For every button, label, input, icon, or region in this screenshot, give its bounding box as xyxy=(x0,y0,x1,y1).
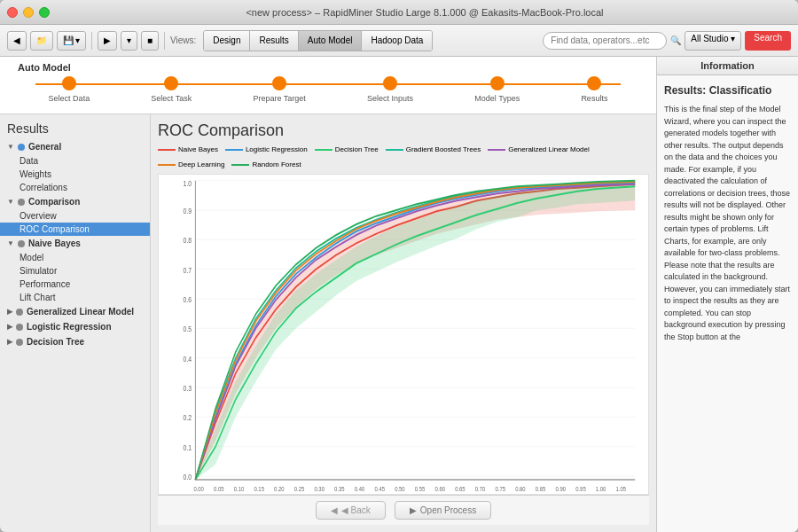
svg-text:0.45: 0.45 xyxy=(374,486,385,493)
tree-item-model[interactable]: Model xyxy=(0,251,150,264)
wizard-steps: Select Data Select Task Prepare Target S… xyxy=(18,76,638,103)
chart-legend: Naive Bayes Logistic Regression Decision… xyxy=(158,145,649,168)
legend-color-deep xyxy=(158,164,176,166)
svg-text:0.85: 0.85 xyxy=(536,486,546,493)
folder-btn[interactable]: 📁 xyxy=(30,31,53,51)
tree-item-correlations[interactable]: Correlations xyxy=(0,181,150,194)
search-box: 🔍 All Studio ▾ Search xyxy=(543,31,791,51)
play-btn[interactable]: ▶ xyxy=(98,31,117,51)
step-select-task[interactable]: Select Task xyxy=(151,76,192,103)
legend-decision-tree: Decision Tree xyxy=(315,145,379,153)
tree-section-log-reg-label: Logistic Regression xyxy=(27,322,112,332)
legend-label-logistic: Logistic Regression xyxy=(246,145,308,153)
step-label-4: Select Inputs xyxy=(367,94,413,103)
auto-model-tab-label: Auto Model xyxy=(18,62,71,73)
tree-section-comparison[interactable]: ▼ Comparison xyxy=(0,194,150,209)
toolbar: ◀ 📁 💾 ▾ ▶ ▾ ■ Views: Design Results Auto… xyxy=(0,25,798,57)
info-panel-title: Results: Classificatio xyxy=(664,82,791,98)
save-btn[interactable]: 💾 ▾ xyxy=(57,31,86,51)
svg-text:0.2: 0.2 xyxy=(184,413,192,422)
tree-section-gen-linear[interactable]: ▶ Generalized Linear Model xyxy=(0,304,150,319)
dropdown-icon: ▾ xyxy=(75,35,80,45)
wizard-line-filled xyxy=(35,83,621,85)
tree-section-dec-tree[interactable]: ▶ Decision Tree xyxy=(0,334,150,349)
maximize-button[interactable] xyxy=(39,7,50,18)
legend-label-decision-tree: Decision Tree xyxy=(335,145,379,153)
open-process-button[interactable]: ▶ Open Process xyxy=(395,501,491,520)
expand-icon-general: ▼ xyxy=(7,143,14,151)
legend-label-random-forest: Random Forest xyxy=(252,160,301,168)
roc-chart-svg: 0.0 0.1 0.2 0.3 0.4 0.5 0.6 0.7 0.8 0.9 … xyxy=(159,175,648,494)
info-panel-content: Results: Classificatio This is the final… xyxy=(657,75,798,532)
stop-btn[interactable]: ■ xyxy=(141,31,159,51)
play-dropdown-btn[interactable]: ▾ xyxy=(121,31,137,51)
main-area: Auto Model Select Data Select Task xyxy=(0,57,798,532)
step-dot-3 xyxy=(272,76,286,90)
design-view-btn[interactable]: Design xyxy=(204,31,250,51)
expand-icon-dec-tree: ▶ xyxy=(7,338,12,346)
step-select-inputs[interactable]: Select Inputs xyxy=(367,76,413,103)
hadoop-view-btn[interactable]: Hadoop Data xyxy=(362,31,432,51)
views-group: Design Results Auto Model Hadoop Data xyxy=(203,30,433,51)
step-label-3: Prepare Target xyxy=(253,94,305,103)
step-dot-5 xyxy=(490,76,505,90)
svg-text:0.95: 0.95 xyxy=(575,486,586,493)
expand-icon-log-reg: ▶ xyxy=(7,323,12,331)
svg-text:0.55: 0.55 xyxy=(415,486,426,493)
svg-text:0.30: 0.30 xyxy=(314,486,325,493)
back-button-label: ◀ Back xyxy=(341,505,371,515)
tree-item-weights[interactable]: Weights xyxy=(0,168,150,181)
tree-item-lift-chart[interactable]: Lift Chart xyxy=(0,291,150,304)
search-input[interactable] xyxy=(543,32,667,50)
results-panel-title: Results xyxy=(0,118,150,139)
tree-item-performance[interactable]: Performance xyxy=(0,278,150,291)
minimize-button[interactable] xyxy=(23,7,34,18)
save-icon: 💾 xyxy=(63,35,74,45)
back-arrow-icon: ◀ xyxy=(331,505,338,515)
svg-text:0.35: 0.35 xyxy=(334,486,345,493)
search-button[interactable]: Search xyxy=(745,31,791,51)
back-button[interactable]: ◀ ◀ Back xyxy=(316,501,386,520)
svg-text:0.90: 0.90 xyxy=(556,486,567,493)
svg-text:0.0: 0.0 xyxy=(184,473,192,481)
auto-model-view-btn[interactable]: Auto Model xyxy=(299,31,363,51)
results-view-btn[interactable]: Results xyxy=(250,31,298,51)
tree-section-naive-bayes[interactable]: ▼ Naive Bayes xyxy=(0,236,150,251)
svg-text:0.3: 0.3 xyxy=(184,384,192,393)
svg-text:0.15: 0.15 xyxy=(254,486,264,493)
step-results[interactable]: Results xyxy=(581,76,607,103)
all-studio-btn[interactable]: All Studio ▾ xyxy=(685,31,741,51)
tree-item-data[interactable]: Data xyxy=(0,154,150,168)
tree-item-overview[interactable]: Overview xyxy=(0,209,150,223)
svg-text:0.10: 0.10 xyxy=(234,486,245,493)
tree-section-comparison-label: Comparison xyxy=(28,197,80,207)
forward-icon: ▶ xyxy=(410,505,417,515)
tree-section-general[interactable]: ▼ General xyxy=(0,139,150,154)
svg-text:0.25: 0.25 xyxy=(294,486,305,493)
svg-text:0.7: 0.7 xyxy=(184,266,192,275)
close-button[interactable] xyxy=(7,7,18,18)
stop-icon: ■ xyxy=(147,35,153,45)
legend-color-gen-linear xyxy=(488,149,505,151)
svg-text:0.1: 0.1 xyxy=(184,443,192,452)
svg-text:0.6: 0.6 xyxy=(184,295,192,304)
svg-text:0.00: 0.00 xyxy=(193,486,204,493)
step-dot-2 xyxy=(164,76,178,90)
info-panel-header: Information xyxy=(657,57,798,75)
step-select-data[interactable]: Select Data xyxy=(49,76,90,103)
svg-text:1.00: 1.00 xyxy=(596,486,606,493)
svg-text:0.70: 0.70 xyxy=(475,486,486,493)
step-prepare-target[interactable]: Prepare Target xyxy=(253,76,305,103)
step-label-6: Results xyxy=(581,94,607,103)
separator xyxy=(91,32,92,50)
tree-item-roc[interactable]: ROC Comparison xyxy=(0,223,150,236)
legend-color-random-forest xyxy=(231,164,249,166)
svg-text:0.05: 0.05 xyxy=(214,486,224,493)
svg-text:0.4: 0.4 xyxy=(184,355,192,364)
step-model-types[interactable]: Model Types xyxy=(474,76,520,103)
tree-section-log-reg[interactable]: ▶ Logistic Regression xyxy=(0,319,150,334)
back-toolbar-btn[interactable]: ◀ xyxy=(7,31,27,51)
tree-item-simulator[interactable]: Simulator xyxy=(0,264,150,278)
tree-section-naive-bayes-label: Naive Bayes xyxy=(28,239,81,248)
bottom-nav-bar: ◀ ◀ Back ▶ Open Process xyxy=(158,495,649,525)
